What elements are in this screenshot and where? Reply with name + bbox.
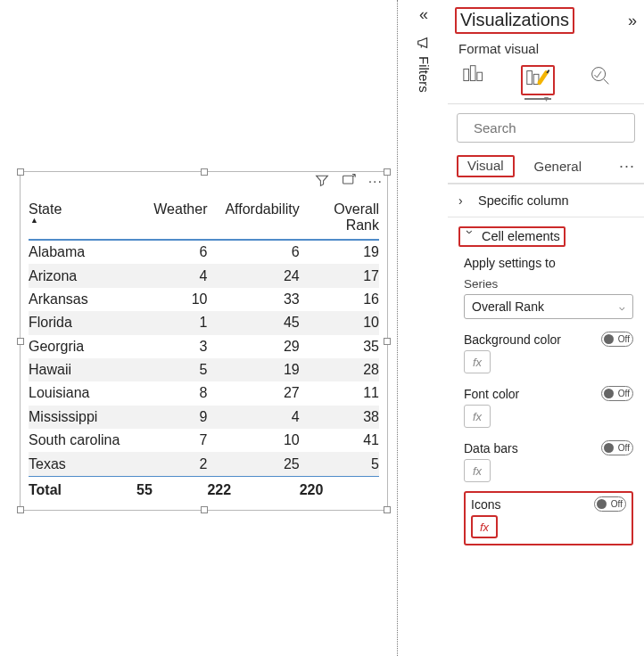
table-row[interactable]: Arizona42417 xyxy=(29,264,379,287)
toggle-font-color[interactable]: Off xyxy=(601,386,633,401)
svg-point-6 xyxy=(592,68,606,81)
svg-rect-0 xyxy=(343,176,352,184)
resize-handle[interactable] xyxy=(384,168,391,176)
focus-mode-icon[interactable] xyxy=(342,173,356,191)
svg-rect-3 xyxy=(477,72,483,80)
analytics-icon[interactable] xyxy=(587,63,614,97)
opt-data-bars: Data bars Off xyxy=(464,440,633,455)
resize-handle[interactable] xyxy=(17,168,24,176)
resize-handle[interactable] xyxy=(384,506,391,513)
chevron-left-icon[interactable]: « xyxy=(413,5,434,24)
more-options-icon[interactable]: ··· xyxy=(368,175,383,189)
section-specific-column[interactable]: › Specific column xyxy=(448,184,644,217)
svg-rect-1 xyxy=(464,69,469,80)
resize-handle[interactable] xyxy=(17,506,24,513)
table-row[interactable]: Texas2255 xyxy=(29,452,379,475)
resize-handle[interactable] xyxy=(17,338,24,345)
table-row[interactable]: South carolina71041 xyxy=(29,429,379,452)
sort-asc-icon: ▲ xyxy=(30,216,136,225)
fx-bars-button[interactable]: fx xyxy=(464,459,491,482)
toggle-data-bars[interactable]: Off xyxy=(601,440,633,455)
chevron-right-icon: › xyxy=(458,193,471,208)
resize-handle[interactable] xyxy=(201,168,208,176)
search-input[interactable] xyxy=(457,113,635,143)
table-row[interactable]: Arkansas103316 xyxy=(29,288,379,311)
table-header: State ▲ Weather Affordability Overall Ra… xyxy=(29,201,379,241)
chevron-down-icon: › xyxy=(463,230,477,242)
format-mode-tabs xyxy=(448,60,644,97)
opt-font-color: Font color Off xyxy=(464,386,633,401)
table-row[interactable]: Alabama6619 xyxy=(29,241,379,264)
build-visual-icon[interactable] xyxy=(462,63,489,97)
resize-handle[interactable] xyxy=(201,506,208,513)
opt-background-color: Background color Off xyxy=(464,332,633,347)
col-state-header[interactable]: State ▲ xyxy=(29,201,136,234)
tabs-more-icon[interactable]: ··· xyxy=(619,157,635,176)
resize-handle[interactable] xyxy=(384,338,391,345)
filters-pane-collapsed[interactable]: « Filters xyxy=(413,5,434,93)
tab-visual[interactable]: Visual xyxy=(462,154,509,176)
toggle-icons[interactable]: Off xyxy=(594,496,626,512)
tab-general[interactable]: General xyxy=(529,155,587,177)
format-visual-icon[interactable] xyxy=(524,78,551,100)
fx-font-button[interactable]: fx xyxy=(464,405,491,428)
chevron-down-icon: ⌵ xyxy=(619,301,625,313)
data-table: State ▲ Weather Affordability Overall Ra… xyxy=(29,201,379,498)
opt-icons-group: Icons Off fx xyxy=(464,491,633,545)
format-scope-tabs: Visual General ··· xyxy=(448,150,644,177)
table-row[interactable]: Louisiana82711 xyxy=(29,381,379,405)
table-row[interactable]: Georgria32935 xyxy=(29,335,379,358)
report-canvas: ··· State ▲ Weather Affordability Overal… xyxy=(0,0,398,656)
visualizations-pane: Visualizations » Format visual ▾ Visual … xyxy=(448,0,644,656)
apply-settings-label: Apply settings to xyxy=(464,256,633,270)
series-label: Series xyxy=(464,277,633,291)
col-weather-header[interactable]: Weather xyxy=(136,201,207,234)
visual-toolbar: ··· xyxy=(315,173,383,191)
col-afford-header[interactable]: Affordability xyxy=(207,201,299,234)
toggle-bg-color[interactable]: Off xyxy=(601,332,633,347)
search-field[interactable] xyxy=(472,119,644,136)
pane-subtitle: Format visual xyxy=(448,36,644,60)
opt-icons-label: Icons xyxy=(471,497,500,512)
cell-elements-body: Apply settings to Series Overall Rank ⌵ … xyxy=(448,250,644,554)
table-row[interactable]: Mississippi9438 xyxy=(29,406,379,429)
chevron-right-icon[interactable]: » xyxy=(628,12,637,30)
svg-rect-2 xyxy=(470,66,475,81)
section-cell-elements[interactable]: › Cell elements xyxy=(448,217,644,250)
pane-title: Visualizations xyxy=(455,7,574,34)
megaphone-icon xyxy=(413,35,434,51)
svg-rect-4 xyxy=(527,71,533,85)
filters-label: Filters xyxy=(417,56,432,93)
table-row[interactable]: Florida14510 xyxy=(29,311,379,334)
table-total-row: Total 55 222 220 xyxy=(29,476,379,498)
table-row[interactable]: Hawaii51928 xyxy=(29,358,379,381)
filter-icon[interactable] xyxy=(315,173,329,191)
fx-icons-button[interactable]: fx xyxy=(471,515,498,538)
col-rank-header[interactable]: Overall Rank xyxy=(300,201,379,234)
fx-bg-button[interactable]: fx xyxy=(464,350,491,373)
series-select[interactable]: Overall Rank ⌵ xyxy=(464,294,633,319)
